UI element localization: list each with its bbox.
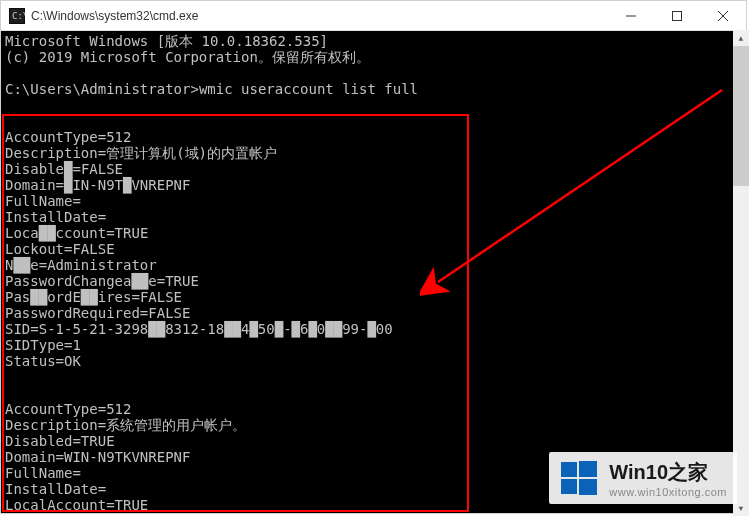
cmd-icon: C:\ bbox=[9, 8, 25, 24]
output-line: FullName= bbox=[5, 465, 81, 481]
output-line: N██e bbox=[5, 257, 39, 273]
output-line: InstallDate= bbox=[5, 481, 106, 497]
output-line: PasswordRequired= bbox=[5, 305, 148, 321]
cmd-window: C:\ C:\Windows\system32\cmd.exe Microsof… bbox=[0, 0, 747, 514]
titlebar: C:\ C:\Windows\system32\cmd.exe bbox=[1, 1, 746, 31]
close-button[interactable] bbox=[700, 1, 746, 30]
output-line: SID= bbox=[5, 321, 39, 337]
banner-line: Microsoft Windows [版本 10.0.18362.535] bbox=[5, 33, 328, 49]
banner-line: (c) 2019 Microsoft Corporation。保留所有权利。 bbox=[5, 49, 370, 65]
watermark: Win10之家 www.win10xitong.com bbox=[549, 452, 737, 504]
minimize-button[interactable] bbox=[608, 1, 654, 30]
svg-text:C:\: C:\ bbox=[12, 11, 25, 21]
svg-rect-4 bbox=[673, 11, 682, 20]
output-line: FullName= bbox=[5, 193, 81, 209]
output-line: Pas██ordE██ires bbox=[5, 289, 131, 305]
output-line: PasswordChangea██e bbox=[5, 273, 157, 289]
output-line: Loca██ccount bbox=[5, 225, 106, 241]
output-line: Description= bbox=[5, 417, 106, 433]
window-title: C:\Windows\system32\cmd.exe bbox=[31, 9, 608, 23]
output-line: Status= bbox=[5, 353, 64, 369]
output-line: SIDType= bbox=[5, 337, 72, 353]
watermark-url: www.win10xitong.com bbox=[609, 486, 727, 498]
svg-rect-9 bbox=[579, 461, 597, 477]
prompt: C:\Users\Administrator> bbox=[5, 81, 199, 97]
output-line: Domain= bbox=[5, 449, 64, 465]
output-line: Disable█ bbox=[5, 161, 72, 177]
vertical-scrollbar[interactable]: ▲ ▼ bbox=[733, 30, 749, 516]
output-line: LocalAccount= bbox=[5, 497, 115, 513]
watermark-text: Win10之家 www.win10xitong.com bbox=[609, 459, 727, 498]
watermark-title: Win10之家 bbox=[609, 459, 727, 486]
window-controls bbox=[608, 1, 746, 30]
windows-logo-icon bbox=[559, 458, 599, 498]
command-text: wmic useraccount list full bbox=[199, 81, 418, 97]
output-line: Lockout= bbox=[5, 241, 72, 257]
svg-rect-10 bbox=[561, 479, 577, 494]
output-line: InstallDate= bbox=[5, 209, 106, 225]
terminal-content[interactable]: Microsoft Windows [版本 10.0.18362.535] (c… bbox=[1, 31, 746, 513]
scroll-up-arrow-icon[interactable]: ▲ bbox=[733, 30, 749, 46]
output-line: AccountType= bbox=[5, 129, 106, 145]
svg-rect-8 bbox=[561, 462, 577, 477]
output-line: Description= bbox=[5, 145, 106, 161]
maximize-button[interactable] bbox=[654, 1, 700, 30]
output-line: Domain= bbox=[5, 177, 64, 193]
scrollbar-thumb[interactable] bbox=[733, 46, 749, 186]
svg-rect-11 bbox=[579, 479, 597, 495]
output-line: AccountType= bbox=[5, 401, 106, 417]
output-line: Disabled= bbox=[5, 433, 81, 449]
